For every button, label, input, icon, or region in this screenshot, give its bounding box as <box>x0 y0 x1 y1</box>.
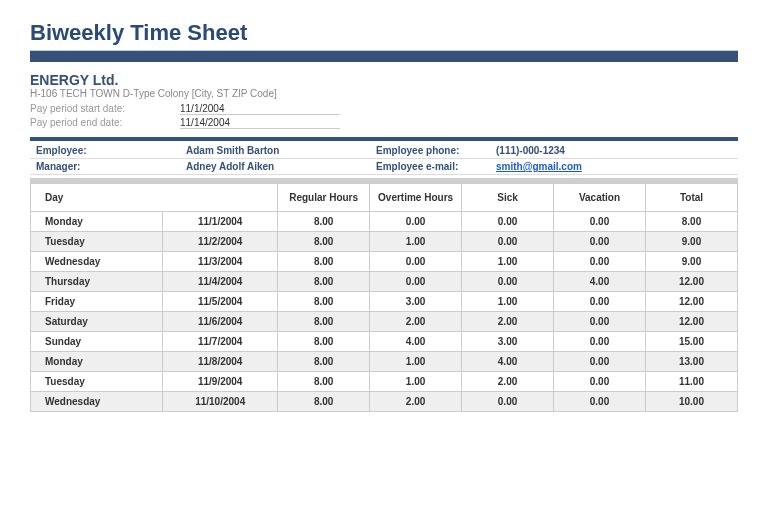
period-end-row: Pay period end date: 11/14/2004 <box>30 117 738 129</box>
cell-total: 8.00 <box>645 212 737 232</box>
timesheet-table: Day Regular Hours Overtime Hours Sick Va… <box>30 183 738 412</box>
cell-overtime: 1.00 <box>370 232 462 252</box>
email-label: Employee e-mail: <box>376 161 496 172</box>
table-row: Wednesday11/10/20048.002.000.000.0010.00 <box>31 392 738 412</box>
cell-overtime: 3.00 <box>370 292 462 312</box>
cell-total: 11.00 <box>645 372 737 392</box>
cell-overtime: 2.00 <box>370 312 462 332</box>
cell-sick: 0.00 <box>462 272 554 292</box>
cell-day: Monday <box>31 352 163 372</box>
table-row: Friday11/5/20048.003.001.000.0012.00 <box>31 292 738 312</box>
cell-vacation: 0.00 <box>554 212 646 232</box>
cell-day: Saturday <box>31 312 163 332</box>
cell-sick: 2.00 <box>462 372 554 392</box>
table-row: Saturday11/6/20048.002.002.000.0012.00 <box>31 312 738 332</box>
period-end-value: 11/14/2004 <box>180 117 340 129</box>
cell-regular: 8.00 <box>278 352 370 372</box>
phone-value: (111)-000-1234 <box>496 145 565 156</box>
cell-vacation: 0.00 <box>554 372 646 392</box>
cell-sick: 0.00 <box>462 232 554 252</box>
manager-row: Manager: Adney Adolf Aiken Employee e-ma… <box>30 159 738 175</box>
cell-regular: 8.00 <box>278 272 370 292</box>
cell-regular: 8.00 <box>278 212 370 232</box>
cell-day: Tuesday <box>31 372 163 392</box>
period-start-label: Pay period start date: <box>30 103 180 115</box>
cell-sick: 2.00 <box>462 312 554 332</box>
cell-vacation: 0.00 <box>554 292 646 312</box>
manager-value: Adney Adolf Aiken <box>186 161 376 172</box>
cell-overtime: 2.00 <box>370 392 462 412</box>
cell-vacation: 0.00 <box>554 312 646 332</box>
cell-overtime: 0.00 <box>370 212 462 232</box>
cell-total: 15.00 <box>645 332 737 352</box>
cell-day: Wednesday <box>31 392 163 412</box>
manager-label: Manager: <box>36 161 186 172</box>
cell-sick: 3.00 <box>462 332 554 352</box>
cell-vacation: 0.00 <box>554 352 646 372</box>
cell-day: Thursday <box>31 272 163 292</box>
divider-bar <box>30 137 738 141</box>
cell-overtime: 0.00 <box>370 252 462 272</box>
cell-date: 11/10/2004 <box>163 392 278 412</box>
header-overtime: Overtime Hours <box>370 184 462 212</box>
cell-date: 11/8/2004 <box>163 352 278 372</box>
cell-vacation: 0.00 <box>554 392 646 412</box>
cell-total: 10.00 <box>645 392 737 412</box>
cell-sick: 0.00 <box>462 212 554 232</box>
cell-total: 12.00 <box>645 272 737 292</box>
header-vacation: Vacation <box>554 184 646 212</box>
cell-date: 11/7/2004 <box>163 332 278 352</box>
period-end-label: Pay period end date: <box>30 117 180 129</box>
table-row: Wednesday11/3/20048.000.001.000.009.00 <box>31 252 738 272</box>
email-link[interactable]: smith@gmail.com <box>496 161 582 172</box>
cell-regular: 8.00 <box>278 232 370 252</box>
cell-sick: 4.00 <box>462 352 554 372</box>
header-regular: Regular Hours <box>278 184 370 212</box>
cell-overtime: 1.00 <box>370 352 462 372</box>
cell-sick: 1.00 <box>462 292 554 312</box>
employee-row: Employee: Adam Smith Barton Employee pho… <box>30 143 738 159</box>
header-day: Day <box>31 184 278 212</box>
table-row: Thursday11/4/20048.000.000.004.0012.00 <box>31 272 738 292</box>
cell-regular: 8.00 <box>278 392 370 412</box>
cell-overtime: 1.00 <box>370 372 462 392</box>
cell-regular: 8.00 <box>278 372 370 392</box>
header-sick: Sick <box>462 184 554 212</box>
table-row: Monday11/8/20048.001.004.000.0013.00 <box>31 352 738 372</box>
employee-value: Adam Smith Barton <box>186 145 376 156</box>
page-title: Biweekly Time Sheet <box>30 20 738 46</box>
cell-date: 11/4/2004 <box>163 272 278 292</box>
cell-day: Sunday <box>31 332 163 352</box>
cell-overtime: 4.00 <box>370 332 462 352</box>
cell-overtime: 0.00 <box>370 272 462 292</box>
cell-date: 11/5/2004 <box>163 292 278 312</box>
phone-label: Employee phone: <box>376 145 496 156</box>
cell-vacation: 0.00 <box>554 252 646 272</box>
cell-total: 9.00 <box>645 232 737 252</box>
cell-sick: 0.00 <box>462 392 554 412</box>
cell-vacation: 4.00 <box>554 272 646 292</box>
cell-total: 13.00 <box>645 352 737 372</box>
title-bar <box>30 50 738 62</box>
cell-regular: 8.00 <box>278 252 370 272</box>
period-start-value: 11/1/2004 <box>180 103 340 115</box>
table-header-row: Day Regular Hours Overtime Hours Sick Va… <box>31 184 738 212</box>
cell-day: Wednesday <box>31 252 163 272</box>
table-row: Tuesday11/2/20048.001.000.000.009.00 <box>31 232 738 252</box>
table-row: Monday11/1/20048.000.000.000.008.00 <box>31 212 738 232</box>
cell-sick: 1.00 <box>462 252 554 272</box>
cell-date: 11/6/2004 <box>163 312 278 332</box>
cell-vacation: 0.00 <box>554 332 646 352</box>
cell-date: 11/2/2004 <box>163 232 278 252</box>
table-row: Sunday11/7/20048.004.003.000.0015.00 <box>31 332 738 352</box>
cell-regular: 8.00 <box>278 312 370 332</box>
cell-day: Friday <box>31 292 163 312</box>
company-name: ENERGY Ltd. <box>30 72 738 88</box>
cell-regular: 8.00 <box>278 292 370 312</box>
cell-day: Monday <box>31 212 163 232</box>
cell-date: 11/9/2004 <box>163 372 278 392</box>
cell-vacation: 0.00 <box>554 232 646 252</box>
period-start-row: Pay period start date: 11/1/2004 <box>30 103 738 115</box>
employee-label: Employee: <box>36 145 186 156</box>
header-total: Total <box>645 184 737 212</box>
